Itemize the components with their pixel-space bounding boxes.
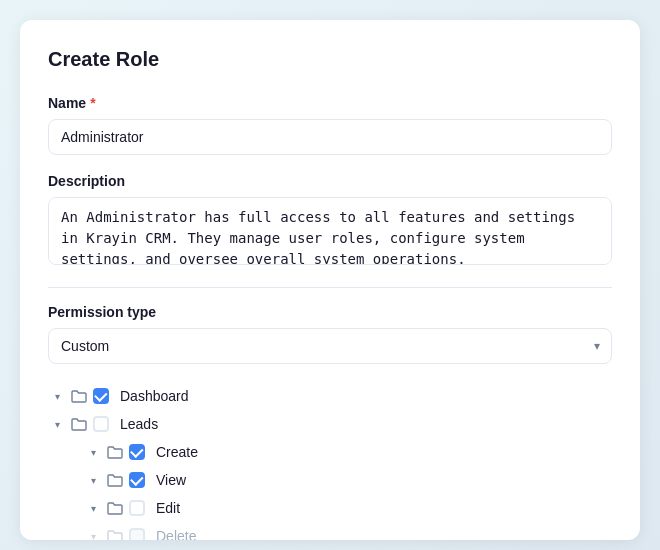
permission-type-select-wrap: Custom All [48,328,612,364]
checkbox-leads-create[interactable] [129,444,145,460]
name-label: Name * [48,95,612,111]
perm-label-leads-view: View [156,472,186,488]
perm-label-leads-create: Create [156,444,198,460]
checkbox-leads-edit[interactable] [129,500,145,516]
description-input[interactable]: An Administrator has full access to all … [48,197,612,265]
perm-row-leads: ▾ Leads [48,410,612,438]
permission-type-select[interactable]: Custom All [48,328,612,364]
chevron-leads-view[interactable]: ▾ [84,471,102,489]
perm-label-dashboard: Dashboard [120,388,189,404]
description-label: Description [48,173,612,189]
perm-label-leads-edit: Edit [156,500,180,516]
permission-type-field-group: Permission type Custom All [48,304,612,364]
checkbox-wrap-leads-edit[interactable] [128,499,146,517]
permission-tree: ▾ Dashboard ▾ Leads [48,382,612,540]
folder-icon-leads-edit [106,499,124,517]
chevron-dashboard[interactable]: ▾ [48,387,66,405]
perm-row-leads-create: ▾ Create [48,438,612,466]
checkbox-dashboard[interactable] [93,388,109,404]
chevron-leads[interactable]: ▾ [48,415,66,433]
permission-type-label: Permission type [48,304,612,320]
checkbox-wrap-leads-delete [128,527,146,540]
chevron-leads-delete: ▾ [84,527,102,540]
description-field-group: Description An Administrator has full ac… [48,173,612,269]
chevron-leads-create[interactable]: ▾ [84,443,102,461]
perm-row-leads-view: ▾ View [48,466,612,494]
create-role-panel: Create Role Name * Description An Admini… [20,20,640,540]
name-input[interactable] [48,119,612,155]
folder-icon-dashboard [70,387,88,405]
folder-icon-leads-view [106,471,124,489]
page-title: Create Role [48,48,612,71]
checkbox-wrap-leads-create[interactable] [128,443,146,461]
required-star: * [90,95,95,111]
checkbox-wrap-leads-view[interactable] [128,471,146,489]
folder-icon-leads [70,415,88,433]
checkbox-leads[interactable] [93,416,109,432]
perm-label-leads: Leads [120,416,158,432]
divider [48,287,612,288]
chevron-leads-edit[interactable]: ▾ [84,499,102,517]
perm-label-leads-delete: Delete [156,528,196,540]
perm-row-dashboard: ▾ Dashboard [48,382,612,410]
checkbox-leads-delete [129,528,145,540]
perm-row-leads-delete: ▾ Delete [48,522,612,540]
checkbox-wrap-dashboard[interactable] [92,387,110,405]
name-field-group: Name * [48,95,612,155]
checkbox-leads-view[interactable] [129,472,145,488]
perm-row-leads-edit: ▾ Edit [48,494,612,522]
folder-icon-leads-delete [106,527,124,540]
folder-icon-leads-create [106,443,124,461]
checkbox-wrap-leads[interactable] [92,415,110,433]
